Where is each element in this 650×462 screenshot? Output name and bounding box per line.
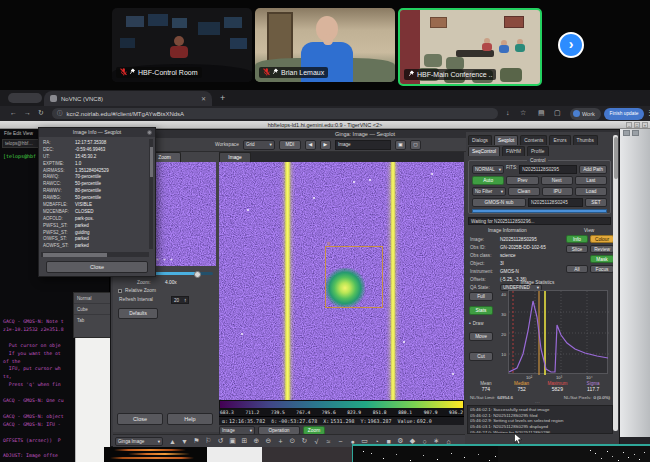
spectra-thumbnail[interactable]	[104, 447, 207, 462]
extensions-icon[interactable]: ▢	[554, 109, 561, 117]
dark-thumbnail[interactable]	[262, 447, 352, 462]
tab-image[interactable]: Image	[219, 152, 251, 162]
minimize-icon[interactable]: –	[626, 122, 632, 128]
prev-button[interactable]: Prev	[506, 176, 538, 185]
mdi-button[interactable]: MDI	[279, 140, 301, 150]
url-bar[interactable]: ⓘ kcn2.noirlab.edu/#/client/MTgAYwBtsXNd…	[52, 108, 498, 119]
full-button[interactable]: Full	[469, 292, 493, 301]
maximize-icon[interactable]: □	[634, 122, 640, 128]
dock-help-button[interactable]: Help	[167, 413, 213, 425]
snapshot-icon[interactable]: ▣	[227, 437, 238, 445]
all-button[interactable]: All	[566, 265, 588, 273]
auto-button[interactable]: Auto	[472, 176, 504, 185]
image-canvas[interactable]: 3I	[219, 162, 464, 400]
pan-icon[interactable]: +	[275, 438, 286, 445]
tab-search-pill[interactable]	[8, 93, 42, 103]
workspace-prev-button[interactable]: ◀	[305, 140, 316, 150]
flag-icon[interactable]: ⚑	[191, 437, 202, 445]
colour-button[interactable]: Colour	[590, 235, 614, 243]
finish-update-button[interactable]: Finish update	[604, 108, 644, 120]
profile-chip[interactable]: Work	[570, 108, 601, 120]
back-icon[interactable]: ←	[10, 109, 17, 116]
tab-seqcontrol[interactable]: SeqControl	[468, 146, 500, 156]
workspace-next-button[interactable]: ▶	[320, 140, 331, 150]
scrollbar-thumb[interactable]	[43, 253, 107, 257]
tab-thumbs[interactable]: Thumbs	[573, 135, 598, 145]
load-button[interactable]: Load	[575, 187, 607, 196]
tab-fwhm[interactable]: FWHM	[502, 146, 525, 156]
add-path-button[interactable]: Add Path	[579, 165, 607, 174]
region-rectangle[interactable]	[325, 246, 383, 308]
tab-profile[interactable]: Profile	[527, 146, 549, 156]
bookmark-star-icon[interactable]: ☆	[520, 109, 526, 117]
undo-icon[interactable]: ↺	[215, 437, 226, 445]
zoom-out-icon[interactable]: ⊖	[263, 437, 274, 445]
dialog-vscrollbar[interactable]	[149, 139, 153, 249]
workspace-grid-select[interactable]: Grid▾	[243, 140, 275, 150]
zoom-amount-slider[interactable]	[155, 272, 213, 275]
next-page-button[interactable]: ›	[558, 32, 584, 58]
set-button[interactable]: SET	[585, 198, 607, 207]
sqrt-icon[interactable]: √	[311, 438, 322, 445]
rotate-icon[interactable]: ↻	[299, 437, 310, 445]
window-button[interactable]	[632, 130, 639, 136]
site-info-icon[interactable]: ⓘ	[57, 110, 63, 117]
colorbar[interactable]	[219, 400, 464, 409]
grid-icon[interactable]: ⊞	[239, 437, 250, 445]
last-button[interactable]: Last	[575, 176, 607, 185]
new-tab-button[interactable]: +	[220, 93, 225, 103]
tab-contents[interactable]: Contents	[520, 135, 547, 145]
ipu-button[interactable]: IPU	[542, 187, 574, 196]
gmos-sub-button[interactable]: GMOS-N sub	[472, 198, 526, 207]
cut-button[interactable]: Cut	[469, 352, 493, 361]
dialog-close-icon[interactable]	[147, 130, 152, 135]
tab-dialogs[interactable]: Dialogs	[468, 135, 492, 145]
dialog-close-button[interactable]: Close	[46, 261, 148, 273]
browser-tab[interactable]: NoVNC (VNC8) ✕	[44, 91, 212, 106]
scrollbar-thumb[interactable]	[150, 147, 153, 177]
toolbar-channel-select[interactable]: Ginga Image▾	[115, 437, 163, 446]
forward-icon[interactable]: →	[24, 109, 31, 116]
stats-button[interactable]: Stats	[469, 306, 493, 315]
next-button[interactable]: Next	[541, 176, 573, 185]
starfield-window[interactable]	[352, 444, 498, 462]
panel-scrollbar[interactable]	[613, 135, 618, 431]
video-tile-brian-lemaux[interactable]: Brian Lemaux	[255, 8, 395, 82]
focus-button[interactable]: Focus	[590, 265, 614, 273]
relative-zoom-checkbox[interactable]	[118, 289, 122, 293]
side-panel-icon[interactable]: ▤	[538, 109, 545, 117]
draw-option[interactable]: • Draw	[469, 320, 484, 326]
down-arrow-icon[interactable]: ▼	[179, 438, 190, 445]
mask-button[interactable]: Mask	[590, 255, 614, 263]
reload-icon[interactable]: ↻	[38, 109, 44, 117]
center-icon[interactable]: ⊙	[287, 437, 298, 445]
video-tile-control-room[interactable]: HBF-Control Room	[112, 8, 252, 82]
dialog-titlebar[interactable]: Image Info — Seqplot	[39, 128, 155, 137]
window-button[interactable]	[623, 130, 630, 136]
zoom-in-icon[interactable]: ⊕	[251, 437, 262, 445]
scrollbar-thumb[interactable]	[614, 137, 618, 179]
white-thumbnail[interactable]	[207, 447, 262, 462]
dialog-hscrollbar[interactable]	[41, 252, 149, 257]
close-window-icon[interactable]: ×	[642, 122, 648, 128]
add-channel-button[interactable]: ▣	[395, 140, 406, 150]
defaults-button[interactable]: Defaults	[118, 308, 158, 319]
terminal-menubar[interactable]: File Edit View	[4, 131, 33, 136]
tab-seqplot[interactable]: Seqplot	[494, 135, 518, 145]
tab-errors[interactable]: Errors	[549, 135, 570, 145]
video-tile-main-conference[interactable]: HBF-Main Conference ..	[398, 8, 542, 86]
dock-close-button[interactable]: Close	[117, 413, 163, 425]
log-pane[interactable]: 05:46:02.1: Successfully read that image…	[467, 405, 613, 434]
clean-button[interactable]: Clean	[508, 187, 540, 196]
slice-button[interactable]: Slice	[566, 245, 588, 253]
slider-knob[interactable]	[194, 271, 201, 278]
mode-select[interactable]: NORMAL▾	[472, 165, 504, 174]
menu-kebab-icon[interactable]: ⋮	[646, 109, 650, 117]
wave-icon[interactable]: ≈	[323, 438, 334, 445]
filter-select[interactable]: No Filter▾	[472, 187, 506, 196]
tab-close-icon[interactable]: ✕	[201, 95, 206, 102]
review-button[interactable]: Review	[590, 245, 614, 253]
move-button[interactable]: Move	[469, 332, 493, 341]
download-icon[interactable]: ↓	[506, 109, 510, 116]
up-arrow-icon[interactable]: ▲	[167, 438, 178, 445]
